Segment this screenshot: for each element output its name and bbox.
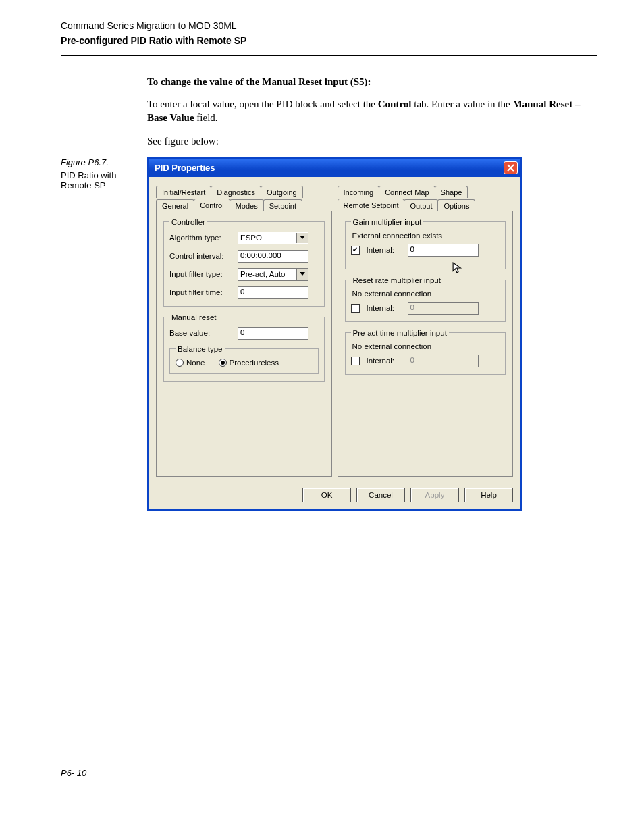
- filter-type-label: Input filter type:: [169, 270, 234, 278]
- base-value-label: Base value:: [169, 329, 234, 337]
- gain-group: Gain multiplier input External connectio…: [345, 218, 506, 269]
- tab-initial-restart[interactable]: Initial/Restart: [156, 186, 211, 198]
- preact-internal-label: Internal:: [367, 357, 404, 365]
- text-segment: To enter a local value, open the PID blo…: [147, 99, 378, 109]
- pid-properties-dialog: PID Properties Initial/Restart Diagnosti…: [147, 157, 522, 511]
- radio-icon: [176, 359, 184, 367]
- close-icon: [507, 164, 514, 172]
- reset-internal-label: Internal:: [367, 304, 404, 312]
- interval-label: Control interval:: [169, 252, 234, 260]
- help-button[interactable]: Help: [464, 488, 513, 502]
- doc-header: Command Series Migration to MOD 30ML: [61, 20, 597, 31]
- tab-diagnostics[interactable]: Diagnostics: [211, 186, 261, 198]
- gain-internal-label: Internal:: [367, 246, 404, 254]
- body-area: Figure P6.7. PID Ratio with Remote SP To…: [61, 76, 597, 511]
- figure-label: Figure P6.7.: [61, 157, 135, 167]
- balance-legend: Balance type: [176, 345, 225, 353]
- row-filter-type: Input filter type: Pre-act, Auto: [169, 268, 319, 281]
- gain-internal-checkbox[interactable]: ✔: [351, 246, 360, 255]
- dialog-body: Initial/Restart Diagnostics Outgoing Gen…: [149, 177, 520, 481]
- apply-button: Apply: [410, 488, 459, 502]
- figure-caption: PID Ratio with Remote SP: [61, 170, 135, 190]
- doc-subheader: Pre-configured PID Ratio with Remote SP: [61, 35, 597, 56]
- preact-status: No external connection: [352, 342, 500, 350]
- interval-input[interactable]: 0:00:00.000: [238, 250, 308, 263]
- algorithm-value: ESPO: [240, 234, 262, 242]
- row-reset-internal: Internal: 0: [351, 302, 500, 315]
- ok-button[interactable]: OK: [302, 488, 351, 502]
- row-preact-internal: Internal: 0: [351, 355, 500, 367]
- row-interval: Control interval: 0:00:00.000: [169, 250, 319, 263]
- instruction-paragraph: To enter a local value, open the PID blo…: [147, 97, 597, 125]
- document-page: Command Series Migration to MOD 30ML Pre…: [0, 0, 644, 798]
- dropdown-arrow-icon: [296, 233, 308, 243]
- filter-time-input[interactable]: 0: [238, 286, 308, 299]
- row-algorithm: Algorithm type: ESPO: [169, 232, 319, 244]
- left-tabs-row1: Initial/Restart Diagnostics Outgoing: [156, 184, 332, 198]
- row-gain-internal: ✔ Internal: 0: [351, 244, 500, 257]
- tab-options[interactable]: Options: [437, 199, 475, 211]
- text-segment: field.: [194, 112, 218, 123]
- preact-legend: Pre-act time multiplier input: [351, 329, 449, 337]
- cursor-icon: [452, 262, 464, 274]
- main-column: To change the value of the Manual Reset …: [147, 76, 597, 511]
- text-segment: tab. Enter a value in the: [411, 99, 512, 109]
- text-bold: Control: [378, 99, 412, 109]
- dialog-title: PID Properties: [155, 163, 215, 173]
- tab-panes: Initial/Restart Diagnostics Outgoing Gen…: [156, 184, 513, 477]
- radio-procedureless[interactable]: Procedureless: [219, 359, 279, 367]
- reset-internal-input: 0: [408, 302, 479, 315]
- titlebar[interactable]: PID Properties: [149, 159, 520, 177]
- left-pane-container: Initial/Restart Diagnostics Outgoing Gen…: [156, 184, 332, 477]
- gain-legend: Gain multiplier input: [351, 218, 424, 226]
- tab-remote-setpoint[interactable]: Remote Setpoint: [338, 199, 405, 212]
- gain-status: External connection exists: [352, 232, 500, 240]
- tab-incoming[interactable]: Incoming: [338, 186, 380, 198]
- instruction-heading: To change the value of the Manual Reset …: [147, 76, 597, 88]
- see-figure-text: See figure below:: [147, 134, 597, 148]
- page-footer: P6- 10: [61, 768, 597, 778]
- balance-type-group: Balance type None: [169, 345, 319, 374]
- reset-internal-checkbox[interactable]: [351, 304, 360, 313]
- controller-group: Controller Algorithm type: ESPO: [163, 218, 325, 307]
- row-filter-time: Input filter time: 0: [169, 286, 319, 299]
- algorithm-select[interactable]: ESPO: [238, 232, 308, 244]
- filter-type-select[interactable]: Pre-act, Auto: [238, 268, 308, 281]
- reset-rate-group: Reset rate multiplier input No external …: [345, 276, 506, 322]
- row-balance: None Procedureless: [176, 359, 313, 367]
- right-tabs-row1: Incoming Connect Map Shape: [338, 184, 514, 198]
- manual-reset-group: Manual reset Base value: 0 Balance type: [163, 313, 325, 382]
- gain-internal-input[interactable]: 0: [408, 244, 479, 257]
- cancel-button[interactable]: Cancel: [356, 488, 405, 502]
- preact-internal-input: 0: [408, 355, 479, 367]
- tab-modes[interactable]: Modes: [230, 199, 264, 211]
- algorithm-label: Algorithm type:: [169, 234, 234, 242]
- tab-outgoing[interactable]: Outgoing: [261, 186, 303, 198]
- dropdown-arrow-icon: [296, 269, 308, 280]
- margin-column: Figure P6.7. PID Ratio with Remote SP: [61, 76, 135, 511]
- tab-setpoint[interactable]: Setpoint: [263, 199, 302, 211]
- tab-output[interactable]: Output: [404, 199, 438, 211]
- right-tabs-row2: Remote Setpoint Output Options: [338, 198, 514, 211]
- tab-general[interactable]: General: [156, 199, 194, 211]
- filter-type-value: Pre-act, Auto: [240, 270, 285, 278]
- right-pane-container: Incoming Connect Map Shape Remote Setpoi…: [338, 184, 514, 477]
- filter-time-label: Input filter time:: [169, 288, 234, 296]
- left-tabs-row2: General Control Modes Setpoint: [156, 198, 332, 211]
- tab-shape[interactable]: Shape: [435, 186, 468, 198]
- left-tab-pane: Controller Algorithm type: ESPO: [156, 211, 332, 477]
- radio-none[interactable]: None: [176, 359, 205, 367]
- row-base-value: Base value: 0: [169, 327, 319, 340]
- radio-icon: [219, 359, 227, 367]
- reset-legend: Reset rate multiplier input: [351, 276, 443, 284]
- right-tab-pane: Gain multiplier input External connectio…: [338, 211, 514, 477]
- tab-connect-map[interactable]: Connect Map: [379, 186, 435, 198]
- button-bar: OK Cancel Apply Help: [149, 481, 520, 509]
- tab-control[interactable]: Control: [194, 199, 230, 212]
- close-button[interactable]: [504, 161, 518, 174]
- base-value-input[interactable]: 0: [238, 327, 308, 340]
- right-tab-content: Gain multiplier input External connectio…: [338, 211, 513, 386]
- left-tab-content: Controller Algorithm type: ESPO: [157, 211, 331, 392]
- preact-internal-checkbox[interactable]: [351, 357, 360, 365]
- radio-none-label: None: [186, 359, 205, 367]
